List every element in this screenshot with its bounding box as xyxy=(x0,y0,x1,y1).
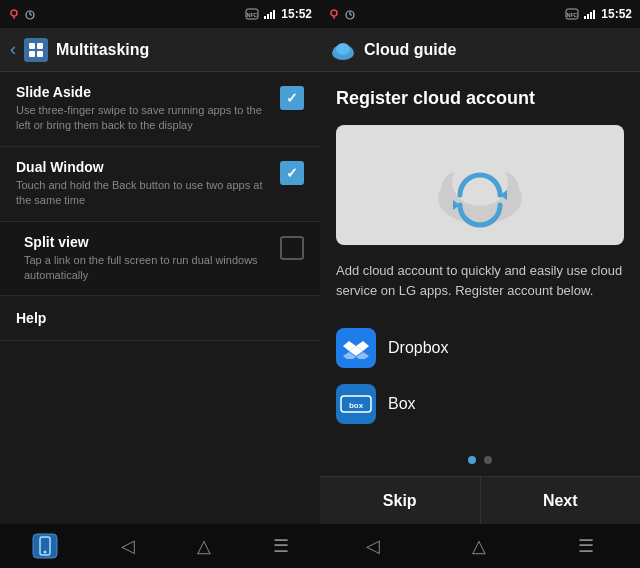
split-view-text: Split view Tap a link on the full screen… xyxy=(24,234,270,284)
cloud-content: Register cloud account Add cloud account… xyxy=(320,72,640,444)
dual-window-checkbox[interactable]: ✓ xyxy=(280,161,304,185)
home-nav-icon-right[interactable]: △ xyxy=(472,535,486,557)
dropbox-logo-icon xyxy=(343,337,369,359)
setting-split-view[interactable]: Split view Tap a link on the full screen… xyxy=(0,222,320,297)
split-view-checkbox[interactable] xyxy=(280,236,304,260)
nav-bar-right: ◁ △ ☰ xyxy=(320,524,640,568)
register-title: Register cloud account xyxy=(336,88,624,109)
skip-button[interactable]: Skip xyxy=(320,477,481,524)
svg-point-36 xyxy=(452,158,508,206)
location-icon-right xyxy=(328,8,340,20)
dual-window-title: Dual Window xyxy=(16,159,270,175)
svg-rect-9 xyxy=(270,12,272,19)
help-item[interactable]: Help xyxy=(0,296,320,341)
menu-nav-icon[interactable]: ☰ xyxy=(273,535,289,557)
nav-bar-left: ◁ △ ☰ xyxy=(0,524,320,568)
svg-point-17 xyxy=(44,551,47,554)
multitask-header-icon xyxy=(24,38,48,62)
left-header-title: Multitasking xyxy=(56,41,149,59)
left-panel: NFC 15:52 ‹ Multitasking xyxy=(0,0,320,568)
location-icon xyxy=(8,8,20,20)
alarm-icon xyxy=(24,8,36,20)
dot-1 xyxy=(468,456,476,464)
next-button[interactable]: Next xyxy=(481,477,641,524)
cloud-header-icon xyxy=(330,39,356,61)
checkmark-icon-2: ✓ xyxy=(286,165,298,181)
cloud-image-area xyxy=(336,125,624,245)
box-service-icon: box xyxy=(336,384,376,424)
signal-icon-right xyxy=(583,8,597,20)
svg-rect-27 xyxy=(590,12,592,19)
svg-rect-11 xyxy=(29,43,35,49)
phone-logo-icon xyxy=(31,532,59,560)
svg-point-18 xyxy=(331,10,337,16)
slide-aside-desc: Use three-finger swipe to save running a… xyxy=(16,103,270,134)
setting-dual-window[interactable]: Dual Window Touch and hold the Back butt… xyxy=(0,147,320,222)
status-bar-right: NFC 15:52 xyxy=(320,0,640,28)
time-right: 15:52 xyxy=(601,7,632,21)
checkmark-icon: ✓ xyxy=(286,90,298,106)
setting-slide-aside[interactable]: Slide Aside Use three-finger swipe to sa… xyxy=(0,72,320,147)
signal-icon xyxy=(263,8,277,20)
box-logo-icon: box xyxy=(340,395,372,413)
header-right: Cloud guide xyxy=(320,28,640,72)
svg-rect-8 xyxy=(267,14,269,19)
svg-text:NFC: NFC xyxy=(247,12,258,18)
dual-window-text: Dual Window Touch and hold the Back butt… xyxy=(16,159,270,209)
svg-rect-10 xyxy=(273,10,275,19)
slide-aside-text: Slide Aside Use three-finger swipe to sa… xyxy=(16,84,270,134)
menu-nav-icon-right[interactable]: ☰ xyxy=(578,535,594,557)
header-left: ‹ Multitasking xyxy=(0,28,320,72)
svg-rect-14 xyxy=(37,51,43,57)
svg-rect-26 xyxy=(587,14,589,19)
svg-text:NFC: NFC xyxy=(567,12,578,18)
status-left-icons xyxy=(8,8,36,20)
svg-rect-7 xyxy=(264,16,266,19)
slide-aside-checkbox[interactable]: ✓ xyxy=(280,86,304,110)
split-view-title: Split view xyxy=(24,234,270,250)
cloud-description: Add cloud account to quickly and easily … xyxy=(336,261,624,300)
settings-list: Slide Aside Use three-finger swipe to sa… xyxy=(0,72,320,524)
dropbox-icon xyxy=(336,328,376,368)
dropbox-item[interactable]: Dropbox xyxy=(336,320,624,376)
home-nav-icon[interactable]: △ xyxy=(197,535,211,557)
back-button[interactable]: ‹ xyxy=(10,39,16,60)
svg-rect-13 xyxy=(29,51,35,57)
svg-rect-12 xyxy=(37,43,43,49)
nfc-icon-right: NFC xyxy=(565,8,579,20)
nfc-icon: NFC xyxy=(245,8,259,20)
status-bar-left: NFC 15:52 xyxy=(0,0,320,28)
box-item[interactable]: box Box xyxy=(336,376,624,432)
status-right-left-icons xyxy=(328,8,356,20)
svg-rect-28 xyxy=(593,10,595,19)
pagination-dots xyxy=(320,444,640,476)
svg-point-0 xyxy=(11,10,17,16)
cloud-graphic xyxy=(425,140,535,230)
time-left: 15:52 xyxy=(281,7,312,21)
status-right-right-icons: NFC 15:52 xyxy=(565,7,632,21)
bottom-buttons: Skip Next xyxy=(320,476,640,524)
dual-window-desc: Touch and hold the Back button to use tw… xyxy=(16,178,270,209)
status-right-icons: NFC 15:52 xyxy=(245,7,312,21)
svg-rect-25 xyxy=(584,16,586,19)
dropbox-label: Dropbox xyxy=(388,339,448,357)
slide-aside-title: Slide Aside xyxy=(16,84,270,100)
svg-text:box: box xyxy=(349,401,364,410)
svg-point-32 xyxy=(336,43,350,55)
alarm-icon-right xyxy=(344,8,356,20)
right-header-title: Cloud guide xyxy=(364,41,456,59)
right-panel: NFC 15:52 Cloud guide Register cloud acc… xyxy=(320,0,640,568)
split-view-desc: Tap a link on the full screen to run dua… xyxy=(24,253,270,284)
back-nav-icon[interactable]: ◁ xyxy=(121,535,135,557)
box-label: Box xyxy=(388,395,416,413)
help-title: Help xyxy=(16,310,304,326)
dot-2 xyxy=(484,456,492,464)
back-nav-icon-right[interactable]: ◁ xyxy=(366,535,380,557)
